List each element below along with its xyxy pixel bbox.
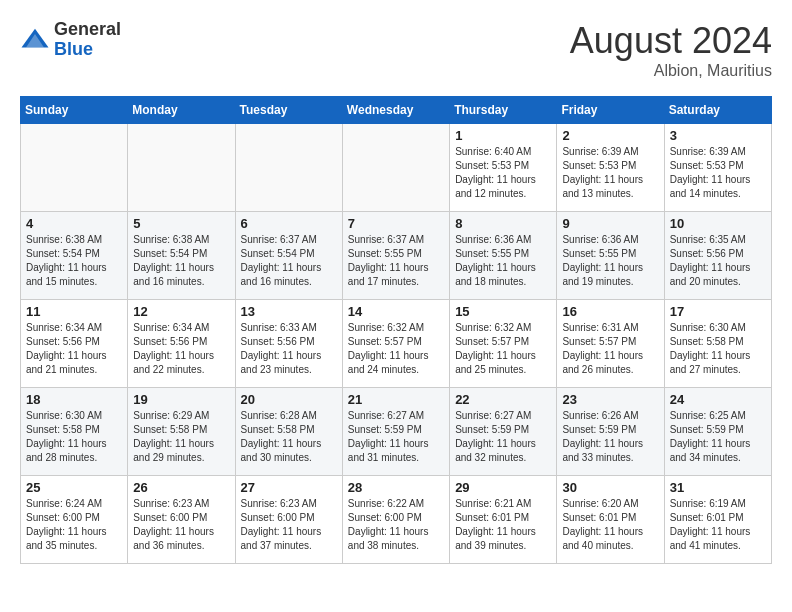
calendar-body: 1Sunrise: 6:40 AMSunset: 5:53 PMDaylight… bbox=[21, 124, 772, 564]
logo-blue-text: Blue bbox=[54, 40, 121, 60]
calendar-cell: 12Sunrise: 6:34 AMSunset: 5:56 PMDayligh… bbox=[128, 300, 235, 388]
day-info: Sunrise: 6:34 AMSunset: 5:56 PMDaylight:… bbox=[133, 321, 229, 377]
day-number: 24 bbox=[670, 392, 766, 407]
calendar-week-1: 1Sunrise: 6:40 AMSunset: 5:53 PMDaylight… bbox=[21, 124, 772, 212]
calendar-cell: 23Sunrise: 6:26 AMSunset: 5:59 PMDayligh… bbox=[557, 388, 664, 476]
day-number: 3 bbox=[670, 128, 766, 143]
day-number: 2 bbox=[562, 128, 658, 143]
calendar-cell: 31Sunrise: 6:19 AMSunset: 6:01 PMDayligh… bbox=[664, 476, 771, 564]
day-header-monday: Monday bbox=[128, 97, 235, 124]
calendar-cell: 10Sunrise: 6:35 AMSunset: 5:56 PMDayligh… bbox=[664, 212, 771, 300]
calendar-cell bbox=[342, 124, 449, 212]
day-info: Sunrise: 6:38 AMSunset: 5:54 PMDaylight:… bbox=[133, 233, 229, 289]
day-info: Sunrise: 6:23 AMSunset: 6:00 PMDaylight:… bbox=[241, 497, 337, 553]
calendar-cell: 11Sunrise: 6:34 AMSunset: 5:56 PMDayligh… bbox=[21, 300, 128, 388]
month-title: August 2024 bbox=[570, 20, 772, 62]
calendar-week-3: 11Sunrise: 6:34 AMSunset: 5:56 PMDayligh… bbox=[21, 300, 772, 388]
calendar-cell: 29Sunrise: 6:21 AMSunset: 6:01 PMDayligh… bbox=[450, 476, 557, 564]
calendar-week-2: 4Sunrise: 6:38 AMSunset: 5:54 PMDaylight… bbox=[21, 212, 772, 300]
calendar-cell: 16Sunrise: 6:31 AMSunset: 5:57 PMDayligh… bbox=[557, 300, 664, 388]
day-header-tuesday: Tuesday bbox=[235, 97, 342, 124]
calendar-cell: 13Sunrise: 6:33 AMSunset: 5:56 PMDayligh… bbox=[235, 300, 342, 388]
day-info: Sunrise: 6:27 AMSunset: 5:59 PMDaylight:… bbox=[455, 409, 551, 465]
day-info: Sunrise: 6:26 AMSunset: 5:59 PMDaylight:… bbox=[562, 409, 658, 465]
day-number: 11 bbox=[26, 304, 122, 319]
day-number: 27 bbox=[241, 480, 337, 495]
calendar-cell: 3Sunrise: 6:39 AMSunset: 5:53 PMDaylight… bbox=[664, 124, 771, 212]
logo-icon bbox=[20, 25, 50, 55]
day-header-sunday: Sunday bbox=[21, 97, 128, 124]
day-number: 5 bbox=[133, 216, 229, 231]
day-info: Sunrise: 6:38 AMSunset: 5:54 PMDaylight:… bbox=[26, 233, 122, 289]
day-number: 1 bbox=[455, 128, 551, 143]
day-info: Sunrise: 6:21 AMSunset: 6:01 PMDaylight:… bbox=[455, 497, 551, 553]
title-block: August 2024 Albion, Mauritius bbox=[570, 20, 772, 80]
day-number: 6 bbox=[241, 216, 337, 231]
calendar-cell: 28Sunrise: 6:22 AMSunset: 6:00 PMDayligh… bbox=[342, 476, 449, 564]
day-number: 26 bbox=[133, 480, 229, 495]
day-number: 10 bbox=[670, 216, 766, 231]
day-header-friday: Friday bbox=[557, 97, 664, 124]
calendar-cell: 5Sunrise: 6:38 AMSunset: 5:54 PMDaylight… bbox=[128, 212, 235, 300]
calendar-cell: 4Sunrise: 6:38 AMSunset: 5:54 PMDaylight… bbox=[21, 212, 128, 300]
day-info: Sunrise: 6:39 AMSunset: 5:53 PMDaylight:… bbox=[562, 145, 658, 201]
day-header-saturday: Saturday bbox=[664, 97, 771, 124]
day-number: 29 bbox=[455, 480, 551, 495]
day-number: 23 bbox=[562, 392, 658, 407]
calendar-cell: 19Sunrise: 6:29 AMSunset: 5:58 PMDayligh… bbox=[128, 388, 235, 476]
day-info: Sunrise: 6:40 AMSunset: 5:53 PMDaylight:… bbox=[455, 145, 551, 201]
calendar-cell: 21Sunrise: 6:27 AMSunset: 5:59 PMDayligh… bbox=[342, 388, 449, 476]
day-number: 13 bbox=[241, 304, 337, 319]
day-info: Sunrise: 6:29 AMSunset: 5:58 PMDaylight:… bbox=[133, 409, 229, 465]
calendar-cell: 24Sunrise: 6:25 AMSunset: 5:59 PMDayligh… bbox=[664, 388, 771, 476]
day-number: 19 bbox=[133, 392, 229, 407]
day-number: 4 bbox=[26, 216, 122, 231]
calendar-cell: 6Sunrise: 6:37 AMSunset: 5:54 PMDaylight… bbox=[235, 212, 342, 300]
logo-text: General Blue bbox=[54, 20, 121, 60]
day-info: Sunrise: 6:20 AMSunset: 6:01 PMDaylight:… bbox=[562, 497, 658, 553]
day-number: 8 bbox=[455, 216, 551, 231]
day-info: Sunrise: 6:31 AMSunset: 5:57 PMDaylight:… bbox=[562, 321, 658, 377]
day-info: Sunrise: 6:28 AMSunset: 5:58 PMDaylight:… bbox=[241, 409, 337, 465]
calendar-cell: 22Sunrise: 6:27 AMSunset: 5:59 PMDayligh… bbox=[450, 388, 557, 476]
day-header-thursday: Thursday bbox=[450, 97, 557, 124]
day-number: 7 bbox=[348, 216, 444, 231]
day-info: Sunrise: 6:33 AMSunset: 5:56 PMDaylight:… bbox=[241, 321, 337, 377]
calendar-header: SundayMondayTuesdayWednesdayThursdayFrid… bbox=[21, 97, 772, 124]
day-info: Sunrise: 6:36 AMSunset: 5:55 PMDaylight:… bbox=[455, 233, 551, 289]
day-info: Sunrise: 6:30 AMSunset: 5:58 PMDaylight:… bbox=[670, 321, 766, 377]
day-number: 15 bbox=[455, 304, 551, 319]
calendar-cell bbox=[235, 124, 342, 212]
day-number: 20 bbox=[241, 392, 337, 407]
calendar-cell: 7Sunrise: 6:37 AMSunset: 5:55 PMDaylight… bbox=[342, 212, 449, 300]
calendar-cell: 15Sunrise: 6:32 AMSunset: 5:57 PMDayligh… bbox=[450, 300, 557, 388]
calendar-cell: 20Sunrise: 6:28 AMSunset: 5:58 PMDayligh… bbox=[235, 388, 342, 476]
day-info: Sunrise: 6:24 AMSunset: 6:00 PMDaylight:… bbox=[26, 497, 122, 553]
day-info: Sunrise: 6:19 AMSunset: 6:01 PMDaylight:… bbox=[670, 497, 766, 553]
calendar-week-4: 18Sunrise: 6:30 AMSunset: 5:58 PMDayligh… bbox=[21, 388, 772, 476]
day-number: 30 bbox=[562, 480, 658, 495]
day-number: 12 bbox=[133, 304, 229, 319]
day-info: Sunrise: 6:36 AMSunset: 5:55 PMDaylight:… bbox=[562, 233, 658, 289]
calendar-cell: 14Sunrise: 6:32 AMSunset: 5:57 PMDayligh… bbox=[342, 300, 449, 388]
day-info: Sunrise: 6:37 AMSunset: 5:54 PMDaylight:… bbox=[241, 233, 337, 289]
day-info: Sunrise: 6:34 AMSunset: 5:56 PMDaylight:… bbox=[26, 321, 122, 377]
day-info: Sunrise: 6:39 AMSunset: 5:53 PMDaylight:… bbox=[670, 145, 766, 201]
calendar-cell: 17Sunrise: 6:30 AMSunset: 5:58 PMDayligh… bbox=[664, 300, 771, 388]
calendar-table: SundayMondayTuesdayWednesdayThursdayFrid… bbox=[20, 96, 772, 564]
page-header: General Blue August 2024 Albion, Mauriti… bbox=[20, 20, 772, 80]
calendar-cell: 26Sunrise: 6:23 AMSunset: 6:00 PMDayligh… bbox=[128, 476, 235, 564]
day-info: Sunrise: 6:37 AMSunset: 5:55 PMDaylight:… bbox=[348, 233, 444, 289]
day-header-wednesday: Wednesday bbox=[342, 97, 449, 124]
day-info: Sunrise: 6:30 AMSunset: 5:58 PMDaylight:… bbox=[26, 409, 122, 465]
calendar-cell bbox=[21, 124, 128, 212]
calendar-cell: 2Sunrise: 6:39 AMSunset: 5:53 PMDaylight… bbox=[557, 124, 664, 212]
calendar-cell: 25Sunrise: 6:24 AMSunset: 6:00 PMDayligh… bbox=[21, 476, 128, 564]
calendar-cell: 30Sunrise: 6:20 AMSunset: 6:01 PMDayligh… bbox=[557, 476, 664, 564]
day-info: Sunrise: 6:35 AMSunset: 5:56 PMDaylight:… bbox=[670, 233, 766, 289]
calendar-week-5: 25Sunrise: 6:24 AMSunset: 6:00 PMDayligh… bbox=[21, 476, 772, 564]
calendar-cell bbox=[128, 124, 235, 212]
day-number: 9 bbox=[562, 216, 658, 231]
day-info: Sunrise: 6:22 AMSunset: 6:00 PMDaylight:… bbox=[348, 497, 444, 553]
day-info: Sunrise: 6:25 AMSunset: 5:59 PMDaylight:… bbox=[670, 409, 766, 465]
